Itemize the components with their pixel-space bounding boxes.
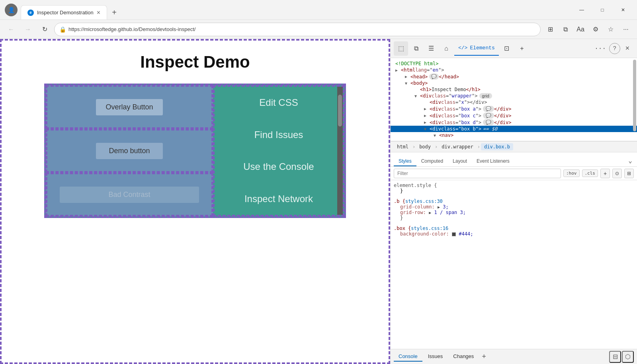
use-console-link[interactable]: Use the Console	[243, 161, 314, 172]
extensions-button[interactable]: ⊞	[543, 22, 557, 37]
tab-close-button[interactable]: ×	[97, 9, 100, 16]
more-tools-button[interactable]: ···	[592, 45, 608, 52]
tree-h1[interactable]: <h1>Inspect Demo</h1>	[391, 86, 637, 93]
breadcrumb-html[interactable]: html	[394, 143, 412, 150]
issues-tab[interactable]: Issues	[423, 352, 448, 362]
box-style-rule: .box { styles.css:16 background-color: #…	[394, 226, 634, 237]
elements-tab[interactable]: </> Elements	[454, 41, 499, 56]
home-button[interactable]: ⌂	[439, 41, 453, 56]
new-tab-button[interactable]: +	[107, 5, 121, 19]
boxc-badge: 💬	[483, 113, 494, 119]
breadcrumb-body[interactable]: body	[416, 143, 434, 150]
breadcrumb-wrapper[interactable]: div.wrapper	[438, 143, 476, 150]
refresh-button[interactable]: ↻	[37, 22, 52, 37]
inspect-network-link[interactable]: Inspect Network	[244, 193, 313, 204]
force-state-button[interactable]: ⊙	[612, 169, 622, 178]
tree-div-box-c[interactable]: ▶ <div class="box c"> 💬 </div>	[391, 112, 637, 119]
tree-div-box-a[interactable]: ▶ <div class="box a"> 💬 </div>	[391, 105, 637, 112]
tree-nav[interactable]: ▼ <nav>	[391, 132, 637, 138]
tree-div-box-b[interactable]: ▼ <div class="box b"> == $0	[391, 126, 637, 132]
cls-filter-button[interactable]: .cls	[582, 169, 598, 177]
grid-badge: grid	[479, 93, 492, 99]
forward-button[interactable]: →	[21, 22, 35, 37]
devtools-scrollbar[interactable]	[632, 58, 637, 364]
demo-button[interactable]: Demo button	[96, 143, 162, 159]
head-toggle[interactable]: ▶	[405, 74, 410, 79]
tree-div-wrapper[interactable]: ▼ <div class="wrapper"> grid	[391, 93, 637, 99]
active-tab[interactable]: e Inspector Demonstration ×	[21, 5, 107, 19]
head-badge: 💬	[429, 74, 439, 80]
styles-tabs: Styles Computed Layout Event Listeners ⌄	[391, 152, 637, 167]
tree-doctype[interactable]: <!DOCTYPE html>	[391, 60, 637, 67]
reader-view-button[interactable]: Aa	[573, 22, 588, 37]
changes-tab[interactable]: Changes	[448, 352, 479, 362]
toolbar-icons: ⊞ ⧉ Aa ⚙ ☆ ···	[543, 22, 633, 37]
more-button[interactable]: ···	[619, 22, 633, 37]
new-tool-button[interactable]: +	[515, 41, 529, 56]
dock-button[interactable]: ⊟	[609, 351, 621, 363]
devtools-panel: ⬚ ⧉ ☰ ⌂ </> Elements ⊡ + ··· ? ×	[390, 39, 637, 364]
devtools-close-button[interactable]: ×	[621, 42, 634, 55]
grid-row-expand[interactable]: ▶	[429, 210, 431, 215]
styles-filter-input[interactable]	[394, 169, 561, 178]
browser-settings-button[interactable]: ⚙	[588, 22, 603, 37]
body-toggle[interactable]: ▼	[405, 81, 410, 86]
close-button[interactable]: ✕	[614, 4, 632, 16]
maximize-button[interactable]: □	[593, 4, 612, 16]
lock-icon: 🔒	[59, 26, 66, 33]
elements-tab-label: Elements	[470, 45, 494, 51]
overlay-button[interactable]: Overlay Button	[96, 99, 162, 115]
tab-event-listeners[interactable]: Event Listeners	[472, 157, 514, 166]
tree-div-box-d[interactable]: ▶ <div class="box d"> 💬 </div>	[391, 119, 637, 126]
box-styles-link[interactable]: styles.css:16	[411, 226, 448, 231]
breadcrumb-sep3: ›	[477, 144, 480, 150]
element-style-text: element.style {	[394, 183, 437, 188]
b-styles-link[interactable]: styles.css:30	[405, 199, 443, 204]
console-tab[interactable]: Console	[394, 352, 422, 362]
add-tab-button[interactable]: +	[479, 353, 488, 361]
favorites-button[interactable]: ☆	[604, 22, 618, 37]
boxc-toggle[interactable]: ▶	[424, 113, 430, 118]
nav-toggle[interactable]: ▼	[434, 133, 439, 138]
find-issues-link[interactable]: Find Issues	[254, 129, 303, 140]
scrollbar-thumb	[338, 95, 342, 127]
styles-filter-bar: :hov .cls + ⊙ ⊞	[391, 167, 637, 180]
box-rule-body: background-color: #444;	[394, 231, 634, 237]
wrapper-toggle[interactable]: ▼	[414, 94, 420, 98]
hov-filter-button[interactable]: :hov	[563, 169, 580, 177]
html-toggle[interactable]: ▶	[395, 68, 401, 72]
box-c: Demo button	[46, 129, 213, 173]
tab-computed[interactable]: Computed	[416, 157, 448, 166]
boxd-toggle[interactable]: ▶	[424, 120, 430, 125]
tab-bar: e Inspector Demonstration × +	[21, 0, 573, 19]
grid-column-expand[interactable]: ▶	[438, 205, 440, 209]
tree-html[interactable]: ▶ <html lang="en">	[391, 67, 637, 73]
tab-layout[interactable]: Layout	[448, 157, 472, 166]
tree-head[interactable]: ▶ <head> 💬 </head>	[391, 73, 637, 80]
split-window-button[interactable]: ⧉	[558, 22, 573, 37]
tree-div-x[interactable]: <div class="x"></div>	[391, 99, 637, 105]
boxa-badge: 💬	[483, 106, 494, 112]
html-open-tag: <html	[401, 67, 415, 73]
doctype-text: <!DOCTYPE html>	[395, 61, 438, 66]
add-style-rule-button[interactable]: +	[600, 169, 610, 178]
back-button[interactable]: ←	[4, 22, 18, 37]
edit-css-link[interactable]: Edit CSS	[259, 97, 298, 108]
breadcrumb-boxb[interactable]: div.box.b	[481, 143, 513, 150]
url-bar[interactable]: 🔒 https://microsoftedge.github.io/Demos/…	[54, 23, 541, 36]
styles-sidebar-button[interactable]: ⊡	[500, 41, 514, 56]
devtools-toolbar: ⬚ ⧉ ☰ ⌂ </> Elements ⊡ + ··· ? ×	[391, 39, 637, 58]
inspect-element-button[interactable]: ⬚	[394, 41, 408, 56]
scrollbar[interactable]	[337, 87, 343, 215]
tree-body[interactable]: ▼ <body>	[391, 80, 637, 86]
bad-contrast-button[interactable]: Bad Contrast	[60, 187, 199, 203]
minimize-button[interactable]: —	[573, 4, 591, 16]
help-button[interactable]: ?	[609, 43, 620, 54]
boxa-toggle[interactable]: ▶	[424, 107, 430, 111]
tab-styles[interactable]: Styles	[394, 157, 416, 166]
device-emulation-button[interactable]: ⧉	[409, 41, 423, 56]
boxb-toggle[interactable]: ▼	[424, 127, 430, 131]
box-b: Edit CSS Find Issues Use the Console Ins…	[213, 85, 344, 216]
color-swatch[interactable]	[452, 232, 456, 236]
drawer-button[interactable]: ☰	[424, 41, 438, 56]
